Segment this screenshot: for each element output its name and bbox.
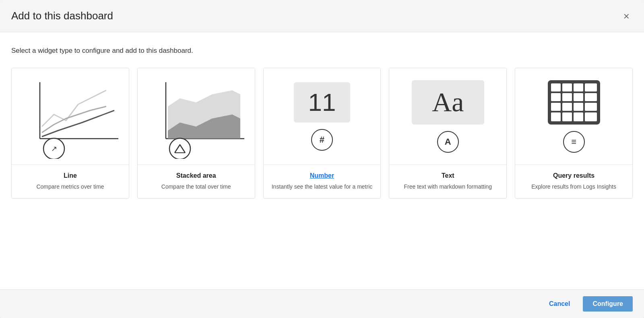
svg-rect-13 bbox=[574, 83, 583, 91]
modal-title: Add to this dashboard bbox=[11, 10, 113, 22]
widget-card-query-results[interactable]: ≡ Query results Explore results from Log… bbox=[515, 68, 633, 199]
stacked-area-svg bbox=[144, 74, 248, 159]
modal-body: Select a widget type to configure and ad… bbox=[0, 32, 644, 289]
text-preview: Aa A bbox=[389, 68, 506, 165]
widget-card-number[interactable]: 11 # Number Instantly see the latest val… bbox=[263, 68, 381, 199]
widget-card-stacked-area[interactable]: Stacked area Compare the total over time bbox=[137, 68, 255, 199]
number-widget-info: Number Instantly see the latest value fo… bbox=[264, 165, 381, 198]
svg-rect-11 bbox=[551, 83, 561, 91]
number-circle-icon: # bbox=[311, 129, 333, 151]
svg-rect-18 bbox=[585, 93, 597, 101]
query-results-preview: ≡ bbox=[515, 68, 632, 165]
widget-card-text[interactable]: Aa A Text Free text with markdown format… bbox=[389, 68, 507, 199]
query-results-widget-name: Query results bbox=[522, 172, 626, 179]
svg-point-8 bbox=[169, 138, 190, 159]
table-svg bbox=[548, 80, 600, 125]
number-display: 11 bbox=[294, 82, 350, 123]
line-widget-desc: Compare metrics over time bbox=[18, 183, 122, 191]
stacked-area-preview bbox=[138, 68, 255, 165]
svg-rect-15 bbox=[551, 93, 561, 101]
svg-rect-21 bbox=[574, 103, 583, 111]
line-widget-info: Line Compare metrics over time bbox=[12, 165, 129, 198]
svg-rect-26 bbox=[585, 112, 597, 121]
number-widget-name[interactable]: Number bbox=[270, 172, 374, 179]
query-results-circle-icon: ≡ bbox=[563, 131, 585, 153]
query-results-preview-inner: ≡ bbox=[548, 80, 600, 153]
line-widget-name: Line bbox=[18, 172, 122, 179]
number-preview-inner: 11 # bbox=[294, 82, 350, 151]
subtitle: Select a widget type to configure and ad… bbox=[11, 47, 633, 55]
svg-rect-23 bbox=[551, 112, 561, 121]
number-widget-desc: Instantly see the latest value for a met… bbox=[270, 183, 374, 191]
svg-rect-12 bbox=[562, 83, 572, 91]
modal-footer: Cancel Configure bbox=[0, 289, 644, 318]
widget-card-line[interactable]: ↗ Line Compare metrics over time bbox=[11, 68, 129, 199]
svg-rect-19 bbox=[551, 103, 561, 111]
query-results-widget-desc: Explore results from Logs Insights bbox=[522, 183, 626, 191]
line-preview: ↗ bbox=[12, 68, 129, 165]
cancel-button[interactable]: Cancel bbox=[543, 297, 576, 311]
svg-rect-14 bbox=[585, 83, 597, 91]
query-results-widget-info: Query results Explore results from Logs … bbox=[515, 165, 632, 198]
svg-rect-25 bbox=[574, 112, 583, 121]
text-widget-desc: Free text with markdown formatting bbox=[396, 183, 500, 191]
number-preview: 11 # bbox=[264, 68, 381, 165]
stacked-area-widget-info: Stacked area Compare the total over time bbox=[138, 165, 255, 198]
text-circle-icon: A bbox=[437, 131, 459, 153]
add-to-dashboard-modal: Add to this dashboard × Select a widget … bbox=[0, 0, 644, 318]
configure-button[interactable]: Configure bbox=[583, 296, 633, 312]
text-widget-info: Text Free text with markdown formatting bbox=[389, 165, 506, 198]
svg-rect-16 bbox=[562, 93, 572, 101]
close-button[interactable]: × bbox=[620, 9, 633, 23]
svg-rect-17 bbox=[574, 93, 583, 101]
stacked-area-widget-desc: Compare the total over time bbox=[144, 183, 248, 191]
text-widget-name: Text bbox=[396, 172, 500, 179]
line-chart-svg: ↗ bbox=[18, 74, 122, 159]
text-preview-inner: Aa A bbox=[412, 80, 484, 153]
aa-display: Aa bbox=[412, 80, 484, 125]
svg-rect-22 bbox=[585, 103, 597, 111]
modal-header: Add to this dashboard × bbox=[0, 0, 644, 32]
svg-text:↗: ↗ bbox=[51, 145, 57, 153]
stacked-area-widget-name: Stacked area bbox=[144, 172, 248, 179]
widgets-row: ↗ Line Compare metrics over time bbox=[11, 68, 633, 199]
svg-rect-24 bbox=[562, 112, 572, 121]
svg-rect-20 bbox=[562, 103, 572, 111]
